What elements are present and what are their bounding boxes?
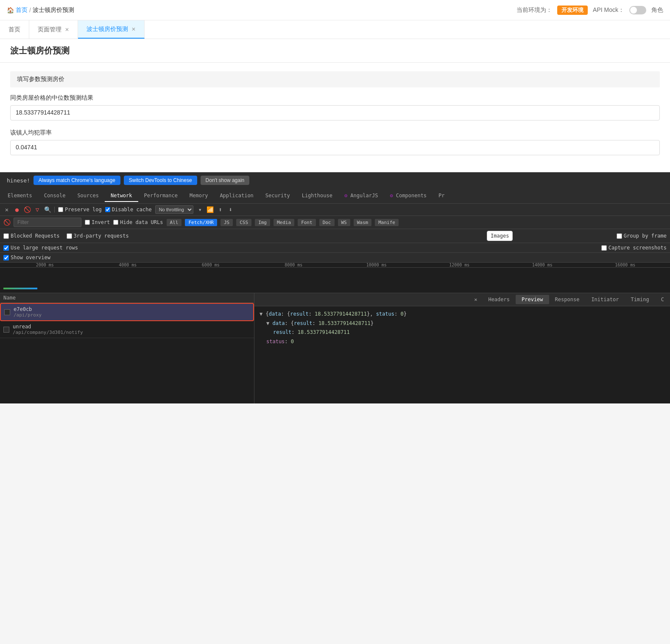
tab-page-mgmt[interactable]: 页面管理 ✕: [29, 20, 78, 39]
header-right: 当前环境为： 开发环境 API Mock： 角色: [516, 6, 663, 15]
group-by-frame-check[interactable]: Group by frame: [617, 233, 667, 239]
upload-icon[interactable]: ⬆: [217, 206, 224, 213]
disable-cache-label: Disable cache: [112, 207, 152, 213]
capture-screenshots-check[interactable]: Capture screenshots: [601, 245, 667, 251]
close-panel-icon[interactable]: ✕: [3, 206, 10, 213]
devtools-tab-components[interactable]: ⚙ Components: [384, 190, 433, 202]
filter-chip-manife[interactable]: Manife: [375, 219, 399, 226]
timeline-label-4000: 4000 ms: [87, 263, 170, 267]
network-row-unread[interactable]: unread /api/company/3d301/notify: [0, 321, 254, 338]
corner-label: 角色: [651, 6, 663, 14]
row-checkbox-unread[interactable]: [3, 327, 9, 333]
large-rows-check[interactable]: Use large request rows: [3, 245, 78, 251]
devtools-tab-angularjs[interactable]: ⚙ AngularJS: [338, 190, 384, 202]
home-link[interactable]: 🏠 首页: [7, 6, 28, 14]
detail-tab-initiator[interactable]: Initiator: [585, 295, 625, 304]
breadcrumb-separator: /: [29, 7, 31, 14]
preview-status-key: status: [266, 339, 285, 344]
detail-tab-preview[interactable]: Preview: [516, 295, 549, 304]
section-header: 填写参数预测房价: [10, 71, 660, 87]
options-row-2: Use large request rows Capture screensho…: [0, 243, 670, 253]
detail-tab-timing[interactable]: Timing: [625, 295, 655, 304]
devtools-tab-performance[interactable]: Performance: [138, 190, 184, 202]
images-tooltip: Images: [487, 231, 513, 241]
filter-chip-font[interactable]: Font: [298, 219, 316, 226]
tab-page-mgmt-label: 页面管理: [38, 26, 61, 34]
devtools-tab-application[interactable]: Application: [214, 190, 259, 202]
tab-boston-close[interactable]: ✕: [131, 26, 136, 32]
arrow-icon-2[interactable]: ▼: [266, 320, 269, 326]
hide-data-urls-check[interactable]: Hide data URLs: [113, 219, 163, 225]
invert-label: Invert: [92, 219, 110, 225]
filter-chip-all[interactable]: All: [167, 219, 182, 226]
large-rows-checkbox[interactable]: [3, 245, 9, 251]
third-party-check[interactable]: 3rd-party requests: [67, 233, 129, 239]
devtools-tab-network[interactable]: Network: [105, 190, 138, 202]
devtools-tab-memory[interactable]: Memory: [184, 190, 214, 202]
filter-chip-js[interactable]: JS: [221, 219, 233, 226]
filter-chip-wasm[interactable]: Wasm: [354, 219, 372, 226]
disable-cache-check[interactable]: Disable cache: [105, 207, 152, 213]
home-icon: 🏠: [7, 7, 14, 14]
chevron-down-icon[interactable]: ▾: [197, 206, 204, 213]
name-column-header: Name: [3, 295, 16, 301]
tab-boston[interactable]: 波士顿房价预测 ✕: [78, 20, 145, 39]
timeline-label-2000: 2000 ms: [3, 263, 87, 267]
group-by-frame-checkbox[interactable]: [617, 233, 622, 239]
row-content-e7e0cb: e7e0cb /api/proxy: [14, 306, 42, 318]
switch-devtools-btn[interactable]: Switch DevTools to Chinese: [124, 176, 197, 185]
timeline-label-14000: 14000 ms: [501, 263, 584, 267]
devtools-tab-console[interactable]: Console: [38, 190, 72, 202]
throttle-select[interactable]: No throttling: [155, 205, 193, 214]
filter-chip-media[interactable]: Media: [274, 219, 294, 226]
filter-panel-icon[interactable]: 🚫: [3, 219, 10, 226]
devtools-tab-elements[interactable]: Elements: [2, 190, 38, 202]
devtools-overlay: hinese! Always match Chrome's language S…: [0, 172, 670, 403]
download-icon[interactable]: ⬇: [227, 206, 234, 213]
lang-banner: hinese! Always match Chrome's language S…: [0, 172, 670, 188]
filter-icon[interactable]: ▽: [34, 206, 41, 213]
invert-check[interactable]: Invert: [85, 219, 110, 225]
filter-input[interactable]: [14, 218, 81, 227]
dont-show-btn[interactable]: Don't show again: [201, 176, 250, 185]
devtools-tab-lighthouse[interactable]: Lighthouse: [296, 190, 338, 202]
network-row-e7e0cb[interactable]: e7e0cb /api/proxy: [0, 303, 254, 321]
capture-screenshots-checkbox[interactable]: [601, 245, 607, 251]
filter-chip-fetch-xhr[interactable]: Fetch/XHR: [185, 219, 217, 226]
blocked-requests-checkbox[interactable]: [3, 233, 9, 239]
detail-tab-response[interactable]: Response: [549, 295, 586, 304]
third-party-checkbox[interactable]: [67, 233, 72, 239]
detail-close-btn[interactable]: ✕: [469, 297, 482, 302]
detail-tab-headers[interactable]: Headers: [482, 295, 516, 304]
devtools-tab-pr[interactable]: Pr: [433, 190, 450, 202]
show-overview-checkbox[interactable]: [3, 255, 9, 260]
tab-home[interactable]: 首页: [0, 20, 29, 39]
invert-checkbox[interactable]: [85, 220, 90, 225]
always-match-btn[interactable]: Always match Chrome's language: [34, 176, 120, 185]
devtools-tab-sources[interactable]: Sources: [71, 190, 105, 202]
filter-chip-doc[interactable]: Doc: [319, 219, 335, 226]
blocked-requests-check[interactable]: Blocked Requests: [3, 233, 60, 239]
row-content-unread: unread /api/company/3d301/notify: [13, 324, 83, 335]
search-icon[interactable]: 🔍: [44, 206, 51, 213]
clear-icon[interactable]: 🚫: [24, 206, 31, 213]
arrow-icon-1[interactable]: ▼: [260, 311, 262, 317]
filter-chip-css[interactable]: CSS: [236, 219, 251, 226]
preview-line3: result: 18.53377914428711: [260, 328, 665, 337]
filter-chip-ws[interactable]: WS: [338, 219, 350, 226]
preserve-log-checkbox[interactable]: [58, 207, 63, 212]
hide-data-urls-checkbox[interactable]: [113, 220, 118, 225]
large-rows-label: Use large request rows: [11, 245, 78, 251]
tab-page-mgmt-close[interactable]: ✕: [65, 27, 69, 33]
row-checkbox-e7e0cb[interactable]: [4, 309, 10, 315]
api-mock-toggle[interactable]: [629, 6, 646, 14]
preserve-log-check[interactable]: Preserve log: [58, 207, 102, 213]
disable-cache-checkbox[interactable]: [105, 207, 110, 212]
group-by-frame-label: Group by frame: [624, 233, 667, 239]
show-overview-check[interactable]: Show overview: [3, 255, 50, 260]
record-icon[interactable]: ●: [14, 206, 20, 213]
detail-tab-c[interactable]: C: [655, 295, 670, 304]
devtools-tab-security[interactable]: Security: [260, 190, 296, 202]
wifi-icon[interactable]: 📶: [207, 206, 214, 213]
filter-chip-img[interactable]: Img: [255, 219, 270, 226]
